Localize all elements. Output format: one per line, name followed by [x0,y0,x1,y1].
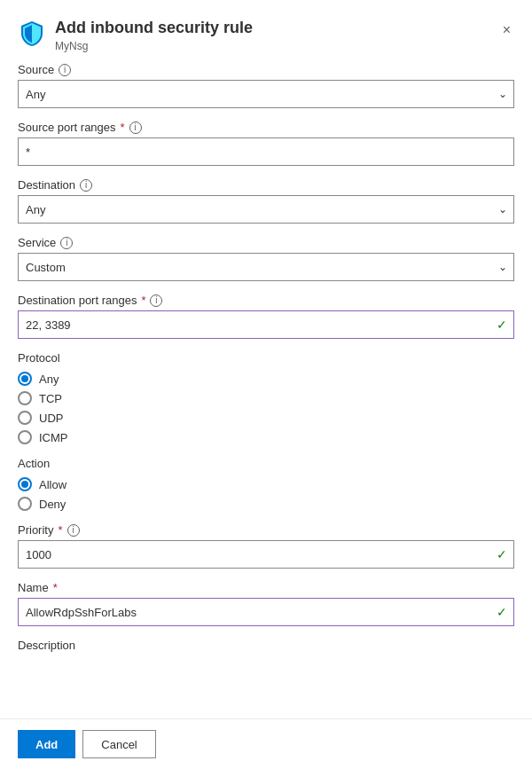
name-valid-icon: ✓ [497,605,507,619]
action-deny-label: Deny [39,498,66,511]
protocol-section: Protocol Any TCP UDP ICMP [18,351,514,444]
nsg-icon [18,20,46,48]
destination-group: Destination i Any IP Addresses Service T… [18,178,514,224]
service-select[interactable]: Custom HTTP HTTPS RDP SSH [18,253,514,281]
action-allow-radio[interactable] [18,477,32,491]
action-allow-label: Allow [39,478,66,491]
dest-port-required-star: * [141,294,145,307]
close-button[interactable]: × [499,20,514,41]
source-select[interactable]: Any IP Addresses Service Tag Application… [18,80,514,108]
destination-select[interactable]: Any IP Addresses Service Tag Application… [18,195,514,224]
service-info-icon[interactable]: i [60,237,73,249]
protocol-tcp-radio[interactable] [18,391,32,405]
name-label: Name * [18,581,514,594]
source-select-wrapper: Any IP Addresses Service Tag Application… [18,80,514,108]
priority-group: Priority * i ✓ [18,523,514,569]
dialog-footer: Add Cancel [0,718,532,769]
priority-input-wrapper: ✓ [18,540,514,569]
destination-label: Destination i [18,178,514,192]
protocol-udp-radio[interactable] [18,411,32,425]
dest-port-info-icon[interactable]: i [150,294,162,307]
protocol-label: Protocol [18,351,514,365]
action-radio-group: Allow Deny [18,477,514,511]
add-button[interactable]: Add [18,730,75,758]
source-port-label: Source port ranges * i [18,121,514,134]
action-allow-item[interactable]: Allow [18,477,514,491]
protocol-icmp-radio[interactable] [18,430,32,444]
dialog-body: Source i Any IP Addresses Service Tag Ap… [0,63,532,718]
action-deny-radio[interactable] [18,497,32,511]
name-input-wrapper: ✓ [18,598,514,626]
source-port-info-icon[interactable]: i [129,122,142,134]
priority-input[interactable] [18,540,514,569]
name-group: Name * ✓ [18,581,514,626]
cancel-button[interactable]: Cancel [82,730,155,758]
add-inbound-rule-dialog: Add inbound security rule MyNsg × Source… [0,0,532,769]
source-port-group: Source port ranges * i [18,121,514,166]
dialog-header: Add inbound security rule MyNsg × [0,0,532,63]
name-required-star: * [53,581,58,594]
protocol-udp-item[interactable]: UDP [18,411,514,425]
protocol-tcp-label: TCP [39,392,62,405]
protocol-icmp-item[interactable]: ICMP [18,430,514,444]
dialog-subtitle: MyNsg [55,40,499,52]
priority-info-icon[interactable]: i [67,524,80,537]
dest-port-input-wrapper: ✓ [18,310,514,339]
action-label: Action [18,457,514,470]
destination-select-wrapper: Any IP Addresses Service Tag Application… [18,195,514,224]
dest-port-group: Destination port ranges * i ✓ [18,294,514,339]
description-group: Description [18,639,514,652]
source-group: Source i Any IP Addresses Service Tag Ap… [18,63,514,108]
priority-valid-icon: ✓ [497,547,507,561]
source-port-input-wrapper [18,137,514,166]
service-label: Service i [18,236,514,249]
protocol-radio-group: Any TCP UDP ICMP [18,372,514,444]
source-port-input[interactable] [18,137,514,166]
dest-port-input[interactable] [18,310,514,339]
header-text: Add inbound security rule MyNsg [55,18,499,52]
description-label: Description [18,639,514,652]
service-select-wrapper: Custom HTTP HTTPS RDP SSH ⌄ [18,253,514,281]
name-input[interactable] [18,598,514,626]
priority-label: Priority * i [18,523,514,537]
source-label: Source i [18,63,514,76]
protocol-icmp-label: ICMP [39,431,68,444]
priority-required-star: * [58,523,62,537]
source-port-required-star: * [121,121,125,134]
dialog-title: Add inbound security rule [55,18,499,38]
protocol-udp-label: UDP [39,412,63,425]
source-info-icon[interactable]: i [59,64,71,76]
dest-port-label: Destination port ranges * i [18,294,514,307]
protocol-any-label: Any [39,373,59,386]
action-section: Action Allow Deny [18,457,514,511]
service-group: Service i Custom HTTP HTTPS RDP SSH ⌄ [18,236,514,281]
protocol-any-item[interactable]: Any [18,372,514,386]
destination-info-icon[interactable]: i [80,179,92,192]
dest-port-valid-icon: ✓ [497,318,507,332]
protocol-any-radio[interactable] [18,372,32,386]
action-deny-item[interactable]: Deny [18,497,514,511]
protocol-tcp-item[interactable]: TCP [18,391,514,405]
